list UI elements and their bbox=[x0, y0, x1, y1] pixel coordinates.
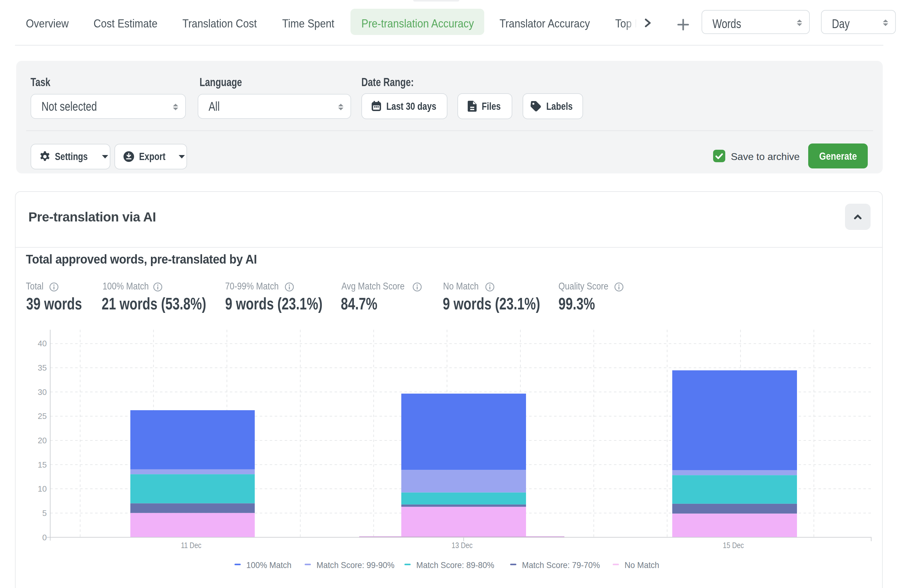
svg-text:11 Dec: 11 Dec bbox=[181, 541, 201, 550]
svg-text:20: 20 bbox=[38, 436, 47, 445]
svg-text:15: 15 bbox=[38, 460, 47, 469]
svg-text:35: 35 bbox=[38, 363, 47, 373]
svg-text:Match Score: 79-70%: Match Score: 79-70% bbox=[522, 560, 600, 570]
svg-text:10: 10 bbox=[38, 484, 47, 494]
svg-text:13 Dec: 13 Dec bbox=[452, 541, 472, 550]
svg-text:25: 25 bbox=[38, 411, 47, 421]
svg-text:0: 0 bbox=[42, 533, 47, 542]
svg-text:30: 30 bbox=[38, 388, 47, 397]
svg-text:Match Score: 99-90%: Match Score: 99-90% bbox=[317, 560, 394, 570]
svg-text:5: 5 bbox=[42, 508, 47, 518]
svg-text:15 Dec: 15 Dec bbox=[723, 541, 744, 550]
svg-text:No Match: No Match bbox=[624, 560, 659, 570]
svg-text:100% Match: 100% Match bbox=[246, 560, 292, 570]
svg-text:40: 40 bbox=[38, 339, 47, 348]
svg-text:Match Score: 89-80%: Match Score: 89-80% bbox=[416, 560, 494, 570]
